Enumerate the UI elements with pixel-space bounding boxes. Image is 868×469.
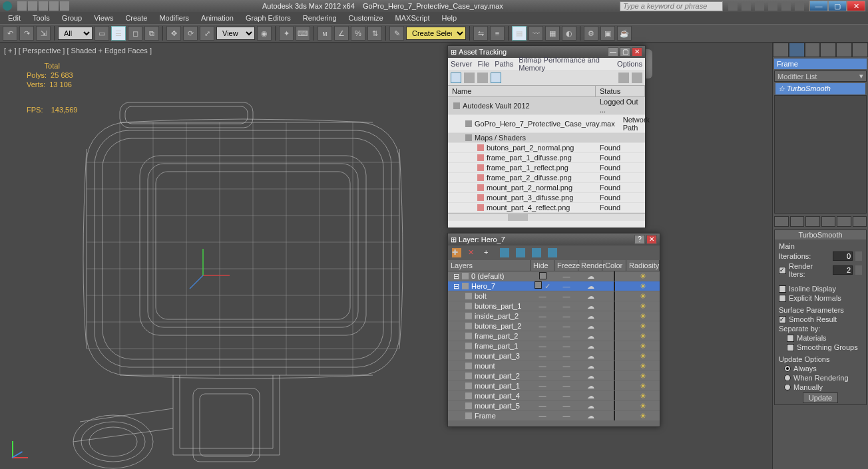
col-status[interactable]: Status: [596, 86, 645, 96]
layer-toolbar[interactable]: ✚✕+: [448, 245, 660, 260]
viewport-label[interactable]: [ + ] [ Perspective ] [ Shaded + Edged F…: [4, 47, 152, 55]
asset-row[interactable]: frame_part_1_difusse.pngFound: [448, 153, 645, 163]
menu-edit[interactable]: Edit: [3, 13, 26, 23]
spinner-snap[interactable]: ⇅: [367, 26, 382, 41]
align-button[interactable]: ≡: [490, 26, 505, 41]
render-iters-checkbox[interactable]: [779, 267, 786, 274]
modifier-stack-item[interactable]: ☆ TurboSmooth: [775, 83, 865, 94]
layer-row[interactable]: frame_part_1——☁☀: [448, 341, 660, 351]
menu-group[interactable]: Group: [57, 13, 88, 23]
asset-row[interactable]: Maps / Shaders: [448, 133, 645, 143]
color-swatch[interactable]: [614, 391, 615, 400]
scale-button[interactable]: ⤢: [200, 26, 214, 41]
maximize-button[interactable]: ▢: [828, 1, 847, 11]
qat-icons[interactable]: [17, 1, 69, 11]
at-menu-item[interactable]: Options: [617, 60, 642, 68]
mirror-button[interactable]: ⇋: [473, 26, 488, 41]
titlebar-util-icons[interactable]: [728, 1, 804, 11]
snap-toggle[interactable]: м: [318, 26, 332, 41]
color-swatch[interactable]: [614, 331, 615, 341]
expand-icon[interactable]: ⊟: [453, 272, 459, 281]
object-name-field[interactable]: Frame: [774, 59, 867, 69]
manip-button[interactable]: ✦: [279, 26, 294, 41]
iterations-spinner[interactable]: 0: [833, 251, 853, 261]
menu-maxscript[interactable]: MAXScript: [390, 13, 435, 23]
update-manual-radio[interactable]: [784, 384, 791, 391]
window-crossing-button[interactable]: ⧉: [144, 26, 159, 41]
rollout-header[interactable]: TurboSmooth: [775, 230, 866, 239]
at-menu-item[interactable]: Paths: [495, 60, 513, 68]
angle-snap[interactable]: ∠: [334, 26, 349, 41]
materials-checkbox[interactable]: [787, 335, 794, 342]
layer-manager-button[interactable]: ▤: [512, 26, 527, 41]
color-swatch[interactable]: [614, 381, 615, 391]
at-menu-item[interactable]: Server: [451, 60, 472, 68]
move-button[interactable]: ✥: [166, 26, 181, 41]
asset-row[interactable]: frame_part_2_difusse.pngFound: [448, 173, 645, 183]
menu-animation[interactable]: Animation: [196, 13, 239, 23]
col-name[interactable]: Name: [448, 86, 596, 96]
rect-region-button[interactable]: ◻: [128, 26, 142, 41]
modifier-stack[interactable]: [774, 95, 867, 214]
layer-row[interactable]: butons_part_1——☁☀: [448, 301, 660, 311]
layer-row[interactable]: bolt——☁☀: [448, 291, 660, 301]
edit-named-sel[interactable]: ✎: [389, 26, 404, 41]
col-freeze[interactable]: Freeze: [554, 260, 578, 271]
minimize-icon[interactable]: —: [608, 47, 618, 57]
menu-customize[interactable]: Customize: [343, 13, 389, 23]
help-search-input[interactable]: [620, 1, 723, 11]
layer-row[interactable]: butons_part_2——☁☀: [448, 321, 660, 331]
selection-filter[interactable]: All: [58, 27, 93, 40]
asset-toolbar[interactable]: [448, 70, 645, 86]
keymode-button[interactable]: ⌨: [296, 26, 310, 41]
layer-row[interactable]: mount_part_2——☁☀: [448, 371, 660, 381]
menu-create[interactable]: Create: [120, 13, 152, 23]
layer-row[interactable]: Frame——☁☀: [448, 411, 660, 421]
named-selection-sets[interactable]: Create Selection Se: [406, 27, 466, 40]
menu-views[interactable]: Views: [89, 13, 118, 23]
render-setup-button[interactable]: ⚙: [584, 26, 598, 41]
close-icon[interactable]: ✕: [646, 235, 657, 244]
at-menu-item[interactable]: File: [477, 60, 489, 68]
color-swatch[interactable]: [614, 371, 615, 381]
asset-row[interactable]: mount_part_3_difusse.pngFound: [448, 193, 645, 203]
render-iters-spinner[interactable]: 2: [833, 265, 853, 275]
modifier-list-dropdown[interactable]: Modifier List▾: [774, 71, 867, 82]
asset-row[interactable]: GoPro_Hero_7_Protective_Case_vray.maxNet…: [448, 115, 645, 133]
horizontal-scrollbar[interactable]: [448, 213, 645, 221]
col-layers[interactable]: Layers: [448, 260, 531, 271]
col-hide[interactable]: Hide: [531, 260, 554, 271]
col-color[interactable]: Color: [602, 260, 626, 271]
menu-tools[interactable]: Tools: [27, 13, 55, 23]
close-button[interactable]: ✕: [847, 1, 865, 11]
menu-modifiers[interactable]: Modifiers: [154, 13, 194, 23]
link-button[interactable]: ⇲: [36, 26, 51, 41]
undo-button[interactable]: ↶: [3, 26, 17, 41]
pivot-center-button[interactable]: ◉: [257, 26, 272, 41]
menu-help[interactable]: Help: [437, 13, 463, 23]
col-render[interactable]: Render: [578, 260, 602, 271]
command-panel-tabs[interactable]: [773, 43, 868, 57]
expand-icon[interactable]: ⊟: [453, 282, 459, 291]
update-render-radio[interactable]: [784, 375, 791, 381]
isoline-checkbox[interactable]: [779, 285, 786, 293]
asset-row[interactable]: mount_part_2_normal.pngFound: [448, 183, 645, 193]
percent-snap[interactable]: %: [351, 26, 365, 41]
select-by-name-button[interactable]: ☰: [111, 26, 126, 41]
menu-rendering[interactable]: Rendering: [298, 13, 342, 23]
color-swatch[interactable]: [614, 411, 615, 420]
color-swatch[interactable]: [614, 361, 615, 371]
minimize-button[interactable]: —: [809, 1, 828, 11]
color-swatch[interactable]: [614, 281, 615, 291]
update-button[interactable]: Update: [803, 392, 838, 403]
color-swatch[interactable]: [614, 321, 615, 331]
color-swatch[interactable]: [614, 301, 615, 311]
curve-editor-button[interactable]: 〰: [529, 26, 543, 41]
select-object-button[interactable]: ▭: [95, 26, 109, 41]
menu-graph-editors[interactable]: Graph Editors: [240, 13, 296, 23]
color-swatch[interactable]: [614, 341, 615, 351]
layer-row[interactable]: mount——☁☀: [448, 361, 660, 371]
redo-button[interactable]: ↷: [19, 26, 34, 41]
asset-row[interactable]: mount_part_4_reflect.pngFound: [448, 203, 645, 213]
color-swatch[interactable]: [614, 401, 615, 410]
